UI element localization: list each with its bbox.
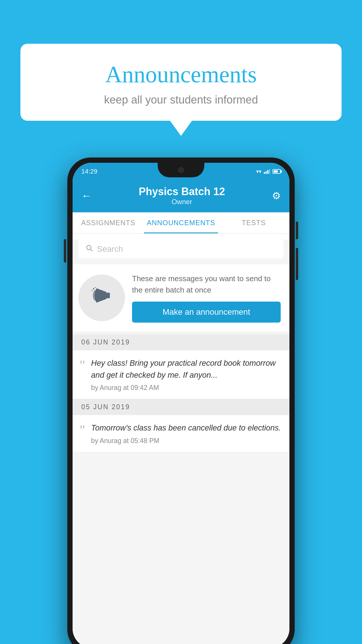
settings-icon[interactable]: ⚙ [272,190,281,202]
promo-icon-circle [78,274,125,321]
announcement-text-1: Hey class! Bring your practical record b… [91,357,282,381]
svg-point-6 [95,287,96,288]
announcement-author-2: by Anurag at 05:48 PM [91,437,282,445]
speech-bubble-title: Announcements [32,61,330,88]
notch [158,163,204,177]
wifi-icon: ▾▾ [256,168,261,175]
make-announcement-button[interactable]: Make an announcement [132,302,281,323]
owner-label: Owner [139,198,225,206]
app-header: ← Physics Batch 12 Owner ⚙ [73,180,289,212]
tab-announcements[interactable]: ANNOUNCEMENTS [144,212,218,233]
status-time: 14:29 [81,168,97,175]
search-icon [85,244,93,254]
announcement-item-2[interactable]: " Tomorrow's class has been cancelled du… [73,415,289,452]
tab-tests[interactable]: TESTS [218,212,289,233]
date-divider-2: 05 JUN 2019 [73,399,289,415]
signal-icon [264,169,270,174]
phone-container: 14:29 ▾▾ [67,158,295,644]
header-center: Physics Batch 12 Owner [139,186,225,206]
announcement-content-1: Hey class! Bring your practical record b… [91,357,282,392]
content-area: Search [73,239,289,644]
date-divider-1: 06 JUN 2019 [73,334,289,350]
speech-bubble-subtitle: keep all your students informed [32,94,330,106]
speech-bubble-container: Announcements keep all your students inf… [20,44,342,121]
announcement-item-1[interactable]: " Hey class! Bring your practical record… [73,350,289,399]
megaphone-icon [90,284,113,312]
camera [178,167,184,173]
power-button-top [296,222,298,239]
announcement-content-2: Tomorrow's class has been cancelled due … [91,422,282,445]
promo-card: These are messages you want to send to t… [73,264,289,331]
back-button[interactable]: ← [81,190,92,202]
batch-title: Physics Batch 12 [139,186,225,198]
announcement-author-1: by Anurag at 09:42 AM [91,384,282,392]
quote-icon-2: " [80,423,85,437]
battery-fill [274,170,278,173]
phone-screen: 14:29 ▾▾ [73,163,289,644]
svg-point-0 [87,245,91,250]
svg-rect-3 [106,293,110,298]
svg-point-4 [93,288,94,290]
svg-marker-2 [97,288,106,302]
power-button-bottom [296,248,298,280]
svg-point-5 [92,290,92,291]
tabs-container: ASSIGNMENTS ANNOUNCEMENTS TESTS [73,212,289,234]
search-placeholder: Search [97,244,123,254]
status-bar: 14:29 ▾▾ [73,163,289,180]
search-bar[interactable]: Search [78,239,284,258]
phone-outer: 14:29 ▾▾ [67,158,295,644]
announcement-text-2: Tomorrow's class has been cancelled due … [91,422,282,434]
svg-line-1 [91,249,92,251]
status-icons: ▾▾ [256,168,281,175]
volume-button [64,239,66,262]
battery-icon [273,169,281,174]
speech-bubble: Announcements keep all your students inf… [20,44,342,121]
promo-content: These are messages you want to send to t… [132,273,281,323]
promo-description: These are messages you want to send to t… [132,273,281,296]
tab-assignments[interactable]: ASSIGNMENTS [73,212,144,233]
quote-icon-1: " [80,358,85,372]
